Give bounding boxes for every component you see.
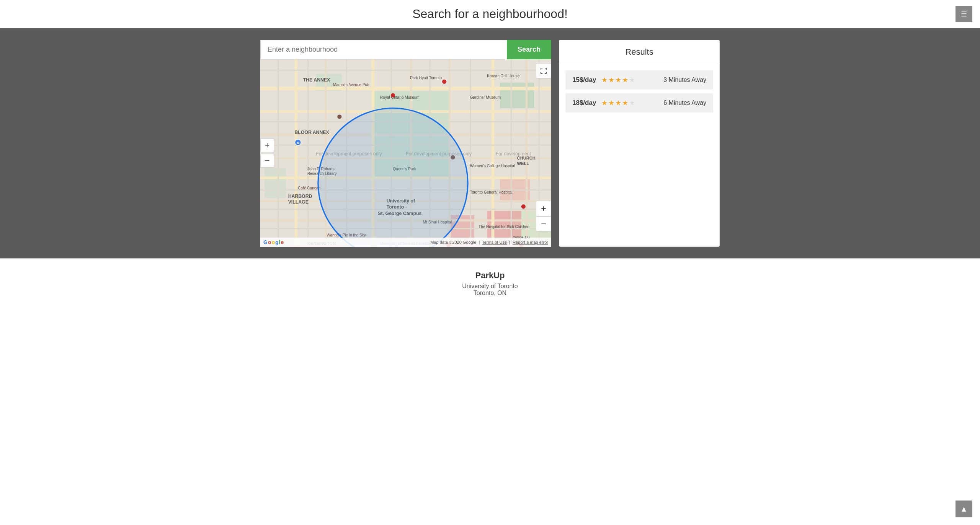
svg-rect-24 — [260, 70, 551, 71]
star-3: ★ — [615, 76, 621, 84]
footer-location: Toronto, ON — [8, 290, 972, 297]
result-stars: ★ ★ ★ ★ ★ — [601, 76, 635, 84]
report-link[interactable]: Report a map error — [513, 240, 548, 245]
svg-rect-22 — [492, 59, 495, 247]
footer-university: University of Toronto — [8, 283, 972, 290]
content-wrapper: Search — [260, 40, 720, 247]
map-footer: Google Map data ©2020 Google | Terms of … — [260, 238, 551, 247]
star-2: ★ — [608, 76, 614, 84]
svg-text:VILLAGE: VILLAGE — [288, 199, 309, 205]
svg-text:Madison Avenue Pub: Madison Avenue Pub — [333, 83, 369, 87]
svg-rect-5 — [265, 168, 286, 198]
svg-point-69 — [442, 80, 446, 84]
star-1: ★ — [601, 76, 608, 84]
svg-text:Gardiner Museum: Gardiner Museum — [470, 95, 501, 99]
google-logo: Google — [263, 239, 284, 245]
svg-point-72 — [521, 204, 526, 209]
svg-text:Café Cancan: Café Cancan — [298, 186, 320, 190]
svg-text:Korean Grill House: Korean Grill House — [487, 74, 519, 78]
star-2: ★ — [608, 99, 614, 107]
star-5-empty: ★ — [629, 76, 635, 84]
svg-text:BLOOR ANNEX: BLOOR ANNEX — [294, 130, 329, 135]
star-4: ★ — [622, 76, 628, 84]
fullscreen-button[interactable] — [536, 63, 551, 78]
zoom-out-br-button[interactable]: − — [536, 216, 551, 232]
svg-rect-17 — [294, 59, 297, 247]
result-price: 18$/day — [572, 99, 596, 107]
hamburger-button[interactable]: ☰ — [956, 6, 972, 22]
svg-text:Park Hyatt Toronto: Park Hyatt Toronto — [410, 76, 442, 80]
zoom-out-left-button[interactable]: − — [260, 154, 274, 168]
svg-rect-9 — [260, 87, 551, 90]
footer: ParkUp University of Toronto Toronto, ON — [0, 258, 980, 308]
result-item[interactable]: 15$/day ★ ★ ★ ★ ★ 3 Minutes Away — [565, 70, 713, 90]
svg-text:HARBORD: HARBORD — [288, 194, 312, 199]
terms-link[interactable]: Terms of Use — [482, 240, 507, 245]
fullscreen-icon — [540, 67, 547, 74]
results-header: Results — [559, 40, 719, 64]
result-left: 18$/day ★ ★ ★ ★ ★ — [572, 99, 635, 107]
svg-point-70 — [337, 114, 341, 119]
star-5-empty: ★ — [629, 99, 635, 107]
result-stars: ★ ★ ★ ★ ★ — [601, 99, 635, 107]
search-bar: Search — [260, 40, 551, 59]
main-content: Search — [0, 28, 980, 258]
search-button[interactable]: Search — [507, 40, 551, 59]
result-distance: 6 Minutes Away — [663, 99, 706, 106]
results-panel: Results 15$/day ★ ★ ★ ★ ★ 3 Minute — [559, 40, 720, 247]
svg-text:Women's College Hospital: Women's College Hospital — [470, 164, 515, 168]
svg-text:For development: For development — [496, 151, 531, 157]
star-3: ★ — [615, 99, 621, 107]
page-title: Search for a neighbourhood! — [412, 7, 568, 21]
svg-text:M: M — [297, 141, 299, 145]
svg-point-68 — [391, 93, 395, 98]
svg-text:The Hospital for Sick Children: The Hospital for Sick Children — [479, 225, 529, 229]
header: Search for a neighbourhood! ☰ — [0, 0, 980, 28]
svg-text:Royal Ontario Museum: Royal Ontario Museum — [380, 95, 420, 99]
zoom-in-br-button[interactable]: + — [536, 201, 551, 216]
svg-text:THE ANNEX: THE ANNEX — [303, 77, 330, 83]
zoom-in-left-button[interactable]: + — [260, 139, 274, 152]
map-section: Search — [260, 40, 551, 247]
map-svg: THE ANNEX BLOOR ANNEX HARBORD VILLAGE CH… — [260, 59, 551, 247]
results-body: 15$/day ★ ★ ★ ★ ★ 3 Minutes Away — [559, 64, 719, 246]
star-4: ★ — [622, 99, 628, 107]
result-left: 15$/day ★ ★ ★ ★ ★ — [572, 76, 635, 84]
result-price: 15$/day — [572, 76, 596, 84]
map-data-credit: Map data ©2020 Google | Terms of Use | R… — [430, 240, 548, 245]
result-item[interactable]: 18$/day ★ ★ ★ ★ ★ 6 Minutes Away — [565, 93, 713, 112]
svg-rect-32 — [307, 59, 309, 247]
svg-rect-31 — [278, 59, 279, 247]
zoom-controls-left: + − — [260, 139, 274, 168]
result-distance: 3 Minutes Away — [663, 77, 706, 83]
zoom-controls-br: + − — [536, 201, 551, 232]
star-1: ★ — [601, 99, 608, 107]
scroll-top-button[interactable]: ▲ — [956, 501, 972, 517]
svg-rect-3 — [500, 83, 534, 108]
svg-text:Toronto General Hospital: Toronto General Hospital — [470, 190, 513, 194]
footer-brand: ParkUp — [8, 271, 972, 280]
map-container: THE ANNEX BLOOR ANNEX HARBORD VILLAGE CH… — [260, 59, 551, 247]
svg-point-81 — [318, 108, 468, 247]
search-input[interactable] — [260, 40, 507, 59]
svg-text:WELL: WELL — [517, 161, 529, 166]
